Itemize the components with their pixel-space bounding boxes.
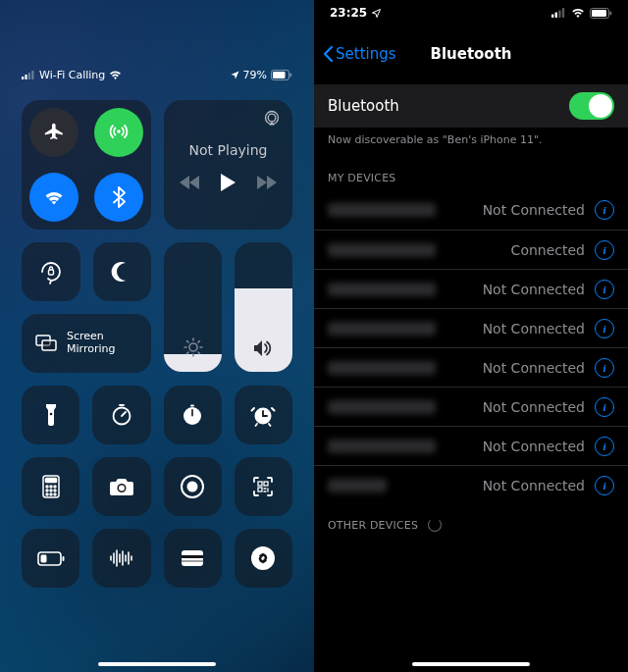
- status-left-cluster: Wi-Fi Calling: [22, 69, 122, 81]
- media-module[interactable]: Not Playing: [164, 100, 292, 230]
- airplay-icon[interactable]: [263, 110, 281, 130]
- airplane-toggle[interactable]: [29, 108, 78, 157]
- svg-point-13: [189, 343, 197, 351]
- device-row[interactable]: Not Connectedi: [314, 465, 628, 504]
- status-right-cluster: 79%: [231, 69, 292, 81]
- device-row[interactable]: Not Connectedi: [314, 308, 628, 347]
- cellular-toggle[interactable]: [94, 108, 143, 157]
- device-list: Not ConnectediConnectediNot ConnectediNo…: [314, 190, 628, 504]
- bluetooth-switch[interactable]: [569, 92, 614, 120]
- device-status: Not Connectedi: [483, 358, 614, 378]
- alarm-button[interactable]: [235, 386, 292, 444]
- moon-icon: [111, 261, 132, 283]
- device-name-redacted: [328, 203, 436, 217]
- svg-point-34: [187, 482, 198, 492]
- svg-rect-45: [551, 15, 553, 19]
- timer-icon: [110, 403, 133, 427]
- device-status: Not Connectedi: [483, 200, 614, 220]
- device-row[interactable]: Not Connectedi: [314, 426, 628, 465]
- status-right-cluster: [551, 6, 612, 20]
- screen-mirroring-icon: [35, 335, 57, 352]
- qr-scan-button[interactable]: [235, 457, 292, 516]
- svg-point-25: [46, 490, 48, 491]
- stopwatch-button[interactable]: [164, 386, 222, 444]
- phone-control-center: Wi-Fi Calling 79%: [0, 0, 314, 672]
- svg-rect-6: [290, 74, 292, 78]
- bluetooth-toggle-row[interactable]: Bluetooth: [314, 84, 628, 128]
- device-status: Not Connectedi: [483, 437, 614, 456]
- wifi-status-icon: [571, 8, 585, 19]
- discoverable-footer: Now discoverable as "Ben's iPhone 11".: [314, 128, 628, 158]
- svg-point-28: [46, 493, 48, 495]
- device-row[interactable]: Not Connectedi: [314, 269, 628, 308]
- device-status: Connectedi: [511, 240, 614, 260]
- waveform-icon: [109, 548, 134, 568]
- dnd-toggle[interactable]: [93, 242, 152, 301]
- media-play-icon[interactable]: [221, 174, 236, 191]
- svg-rect-35: [258, 482, 262, 486]
- calculator-button[interactable]: [22, 457, 79, 516]
- timer-button[interactable]: [92, 386, 150, 444]
- camera-button[interactable]: [92, 457, 150, 516]
- info-icon[interactable]: i: [595, 319, 614, 338]
- screen-mirroring-button[interactable]: Screen Mirroring: [22, 314, 151, 373]
- info-icon[interactable]: i: [595, 397, 614, 417]
- svg-point-7: [117, 129, 121, 133]
- screen-record-button[interactable]: [164, 457, 222, 516]
- info-icon[interactable]: i: [595, 437, 614, 456]
- svg-rect-43: [182, 560, 203, 562]
- bluetooth-toggle[interactable]: [94, 173, 143, 222]
- svg-rect-50: [592, 10, 606, 17]
- battery-icon: [271, 70, 292, 80]
- media-controls: [180, 174, 277, 191]
- info-icon[interactable]: i: [595, 476, 614, 495]
- svg-point-44: [251, 546, 275, 570]
- settings-content[interactable]: Bluetooth Now discoverable as "Ben's iPh…: [314, 84, 628, 662]
- section-other-label: OTHER DEVICES: [328, 519, 418, 532]
- rotation-lock-icon: [38, 259, 64, 284]
- wallet-button[interactable]: [164, 529, 222, 588]
- home-indicator[interactable]: [412, 662, 530, 666]
- shazam-button[interactable]: [235, 529, 292, 588]
- media-prev-icon[interactable]: [180, 176, 199, 189]
- wifi-toggle[interactable]: [29, 173, 78, 222]
- info-icon[interactable]: i: [595, 358, 614, 378]
- section-my-devices: MY DEVICES: [314, 158, 628, 190]
- device-name-redacted: [328, 479, 387, 492]
- info-icon[interactable]: i: [595, 200, 614, 220]
- svg-rect-40: [40, 554, 46, 562]
- device-row[interactable]: Not Connectedi: [314, 347, 628, 387]
- media-next-icon[interactable]: [257, 176, 277, 189]
- status-bar: Wi-Fi Calling 79%: [0, 69, 314, 81]
- svg-point-23: [50, 486, 52, 488]
- info-icon[interactable]: i: [595, 240, 614, 260]
- device-name-redacted: [328, 361, 436, 375]
- screen-mirroring-label: Screen Mirroring: [67, 331, 115, 355]
- svg-rect-47: [558, 11, 560, 19]
- airplane-icon: [43, 122, 65, 143]
- orientation-lock-toggle[interactable]: [22, 242, 80, 301]
- spinner-icon: [428, 518, 442, 532]
- volume-slider[interactable]: [235, 242, 292, 372]
- flashlight-button[interactable]: [22, 386, 79, 444]
- navigation-bar: Settings Bluetooth: [314, 35, 628, 73]
- device-row[interactable]: Not Connectedi: [314, 190, 628, 230]
- svg-rect-5: [273, 72, 286, 78]
- device-row[interactable]: Not Connectedi: [314, 387, 628, 426]
- back-button[interactable]: Settings: [314, 45, 396, 63]
- brightness-slider[interactable]: [164, 242, 222, 372]
- home-indicator[interactable]: [98, 662, 216, 666]
- status-time-cluster: 23:25: [330, 6, 381, 20]
- svg-rect-39: [62, 556, 64, 561]
- bluetooth-icon: [112, 186, 126, 208]
- svg-point-29: [50, 493, 52, 495]
- device-name-redacted: [328, 322, 436, 336]
- device-row[interactable]: Connectedi: [314, 230, 628, 269]
- low-power-button[interactable]: [22, 529, 79, 588]
- calculator-icon: [42, 475, 60, 498]
- battery-icon: [590, 8, 612, 19]
- info-icon[interactable]: i: [595, 280, 614, 299]
- connectivity-module[interactable]: [22, 100, 151, 230]
- camera-icon: [109, 477, 134, 496]
- voice-memo-button[interactable]: [92, 529, 150, 588]
